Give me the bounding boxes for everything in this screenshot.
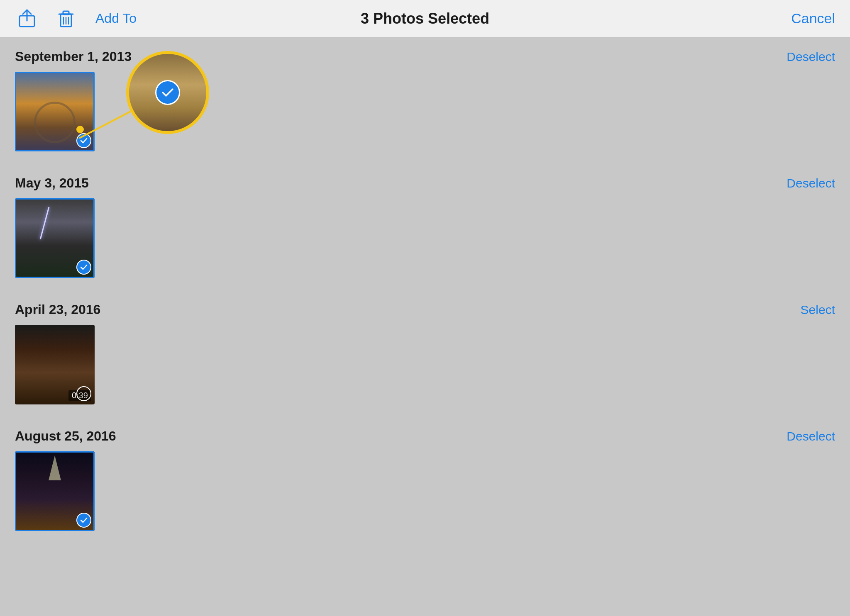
trash-icon (56, 9, 76, 28)
check-badge-concert (76, 513, 91, 528)
section-date-aug2016: August 25, 2016 (15, 429, 116, 444)
add-to-button[interactable]: Add To (93, 8, 139, 29)
deselect-sep2013[interactable]: Deselect (786, 50, 835, 64)
top-bar: Add To 3 Photos Selected Cancel (0, 0, 850, 37)
section-header-sep2013: September 1, 2013 Deselect (15, 37, 835, 72)
checkmark-icon-concert (80, 516, 88, 524)
select-apr2016[interactable]: Select (801, 303, 835, 317)
photo-item-lightning[interactable] (15, 198, 95, 278)
section-date-apr2016: April 23, 2016 (15, 302, 100, 317)
section-sep2013: September 1, 2013 Deselect (15, 37, 835, 160)
svg-rect-4 (63, 11, 69, 15)
photo-grid-may2015 (15, 198, 835, 286)
section-header-apr2016: April 23, 2016 Select (15, 290, 835, 325)
section-may2015: May 3, 2015 Deselect (15, 164, 835, 286)
deselect-aug2016[interactable]: Deselect (786, 429, 835, 443)
cancel-button[interactable]: Cancel (791, 10, 835, 27)
deselect-may2015[interactable]: Deselect (786, 176, 835, 190)
check-badge-lightning (76, 260, 91, 275)
section-aug2016: August 25, 2016 Deselect (15, 417, 835, 539)
check-badge-ferris (76, 133, 91, 148)
empty-badge-puzzle (76, 386, 91, 401)
top-bar-left: Add To (15, 7, 288, 31)
selection-count-title: 3 Photos Selected (361, 10, 489, 27)
photo-item-ferris[interactable] (15, 72, 95, 151)
main-content: September 1, 2013 Deselect (0, 37, 850, 539)
photo-item-concert[interactable] (15, 451, 95, 531)
share-icon (17, 9, 37, 28)
photo-grid-apr2016: 0:39 (15, 325, 835, 413)
section-date-may2015: May 3, 2015 (15, 175, 89, 191)
top-bar-right: Cancel (562, 10, 835, 27)
delete-button[interactable] (54, 7, 78, 31)
photo-grid-aug2016 (15, 451, 835, 539)
top-bar-center: 3 Photos Selected (288, 10, 562, 27)
section-apr2016: April 23, 2016 Select 0:39 (15, 290, 835, 413)
photo-item-puzzle[interactable]: 0:39 (15, 325, 95, 404)
section-header-may2015: May 3, 2015 Deselect (15, 164, 835, 198)
share-button[interactable] (15, 7, 39, 31)
section-header-aug2016: August 25, 2016 Deselect (15, 417, 835, 451)
photos-sep2013 (15, 72, 835, 160)
section-date-sep2013: September 1, 2013 (15, 49, 132, 64)
photo-grid-sep2013 (15, 72, 835, 160)
checkmark-icon-lightning (80, 263, 88, 271)
checkmark-icon-ferris (80, 136, 88, 145)
